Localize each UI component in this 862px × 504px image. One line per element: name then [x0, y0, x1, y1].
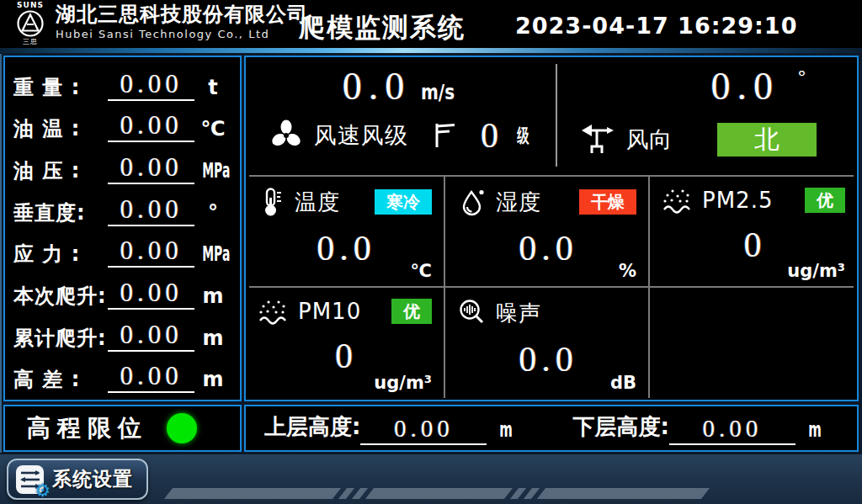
- env-grid: 温度 寒冷 0.0 ℃ 湿度 干燥 0.0 %: [246, 175, 857, 400]
- temperature-unit: ℃: [411, 261, 432, 281]
- temperature-value: 0.0: [258, 231, 435, 266]
- metric-unit: MPa: [202, 244, 224, 268]
- environment-panel: 0.0 m/s 风速风级 0: [244, 56, 859, 401]
- humidity-value: 0.0: [457, 231, 640, 266]
- metric-row-verticality: 垂直度: 0.00 °: [13, 188, 231, 226]
- pm25-cell: PM2.5 优 0 ug/m³: [650, 177, 857, 286]
- wind-speed-unit: m/s: [421, 80, 455, 104]
- thermometer-icon: [258, 187, 286, 217]
- wind-level-unit: 级: [517, 123, 529, 149]
- lower-height-value: 0.00: [669, 416, 795, 445]
- metric-unit: t: [194, 77, 231, 101]
- metric-value: 0.00: [108, 154, 194, 184]
- metrics-panel: 重 量 : 0.00 t 油 温 : 0.00 ℃ 油 压 : 0.00 MPa…: [3, 56, 242, 401]
- metric-label: 重 量 :: [13, 77, 108, 101]
- humidity-label: 湿度: [496, 188, 541, 217]
- temperature-label: 温度: [295, 188, 340, 217]
- wind-direction-label: 风向: [626, 125, 672, 155]
- pm10-label: PM10: [298, 299, 361, 324]
- metric-row-oil-temp: 油 温 : 0.00 ℃: [13, 103, 231, 142]
- metric-unit: ℃: [194, 119, 231, 142]
- pm10-unit: ug/m³: [374, 373, 432, 393]
- noise-unit: dB: [610, 373, 636, 393]
- upper-height-unit: m: [500, 417, 513, 445]
- metric-value: 0.00: [108, 112, 194, 142]
- sliders-gear-icon: ⚙: [15, 464, 45, 496]
- metric-unit: MPa: [202, 161, 224, 184]
- temperature-badge: 寒冷: [375, 189, 432, 215]
- wind-direction-row: 风向 北: [579, 123, 862, 157]
- wind-speed-label: 风速风级: [314, 120, 408, 151]
- wind-level-value: 0: [481, 118, 498, 153]
- upper-height-label: 上层高度:: [264, 412, 360, 445]
- pm25-label: PM2.5: [702, 188, 773, 213]
- header: SUNS 三思 湖北三思科技股份有限公司 Hubei Sansi Technol…: [0, 0, 862, 48]
- fan-icon: [269, 118, 304, 153]
- metric-row-oil-pressure: 油 压 : 0.00 MPa: [13, 146, 231, 184]
- wind-direction-badge: 北: [717, 123, 817, 157]
- temperature-cell: 温度 寒冷 0.0 ℃: [246, 177, 444, 286]
- metric-unit: m: [194, 369, 231, 393]
- droplet-icon: [457, 187, 487, 217]
- upper-height-group: 上层高度: 0.00 m: [264, 412, 517, 445]
- company-logo: SUNS 三思: [7, 1, 54, 45]
- wind-level-row: 风速风级 0 级: [246, 118, 556, 153]
- wind-direction-section: 0.0 ° 风向 北: [557, 57, 857, 173]
- wind-vane-icon: [579, 123, 616, 157]
- wind-direction-unit: °: [797, 67, 806, 88]
- pm10-cell: PM10 优 0 ug/m³: [246, 288, 444, 398]
- metric-label: 高 差 :: [13, 369, 108, 393]
- lower-height-unit: m: [808, 417, 822, 445]
- pm25-unit: ug/m³: [787, 261, 845, 281]
- metric-label: 累计爬升:: [13, 328, 108, 352]
- metric-unit: °: [194, 203, 231, 226]
- metric-label: 垂直度:: [13, 203, 108, 226]
- metric-value: 0.00: [108, 279, 194, 310]
- lower-height-group: 下层高度: 0.00 m: [572, 412, 825, 445]
- noise-icon: [457, 298, 487, 328]
- company-name-en: Hubei Sansi Technology Co., Ltd: [56, 27, 308, 42]
- metric-label: 油 压 :: [13, 161, 108, 184]
- left-edge-strip: [0, 54, 2, 453]
- noise-value: 0.0: [457, 342, 640, 377]
- metric-value: 0.00: [108, 196, 194, 226]
- wind-speed-value: 0.0: [343, 65, 412, 108]
- datetime-display: 2023-04-17 16:29:10: [515, 13, 797, 39]
- logo-suns-text: SUNS: [7, 1, 54, 9]
- company-name-cn: 湖北三思科技股份有限公司: [56, 3, 308, 27]
- metric-unit: m: [194, 328, 231, 352]
- lower-height-label: 下层高度:: [572, 412, 668, 445]
- pm25-value: 0: [662, 227, 849, 263]
- layer-heights-panel: 上层高度: 0.00 m 下层高度: 0.00 m: [244, 405, 859, 452]
- metric-label: 应 力 :: [13, 244, 108, 268]
- elevation-limit-panel: 高程限位: [3, 405, 242, 452]
- page-title: 爬模监测系统: [299, 10, 466, 45]
- gear-icon: ⚙: [35, 481, 51, 499]
- metric-value: 0.00: [108, 363, 194, 393]
- pm25-badge: 优: [805, 188, 845, 213]
- metric-label: 本次爬升:: [13, 286, 108, 310]
- humidity-unit: %: [619, 261, 636, 281]
- logo-mark-icon: [16, 9, 45, 38]
- metric-row-total-climb: 累计爬升: 0.00 m: [13, 313, 231, 352]
- noise-label: 噪声: [496, 299, 541, 328]
- logo-sansi-text: 三思: [7, 38, 54, 45]
- beaufort-flag-icon: [430, 120, 457, 151]
- settings-button[interactable]: ⚙ 系统设置: [7, 459, 148, 500]
- elevation-limit-status-light: [167, 413, 197, 443]
- upper-height-value: 0.00: [360, 416, 487, 445]
- metric-row-height-diff: 高 差 : 0.00 m: [13, 354, 231, 393]
- noise-cell: 噪声 0.0 dB: [445, 288, 648, 398]
- wind-speed-section: 0.0 m/s 风速风级 0: [246, 57, 556, 173]
- elevation-limit-label: 高程限位: [27, 412, 148, 444]
- screen: SUNS 三思 湖北三思科技股份有限公司 Hubei Sansi Technol…: [0, 0, 862, 504]
- wind-direction-readout: 0.0 °: [710, 67, 806, 106]
- decorative-stripes: [164, 488, 710, 499]
- wind-speed-readout: 0.0 m/s: [246, 67, 556, 106]
- footer-bar: ⚙ 系统设置: [0, 454, 862, 504]
- metric-value: 0.00: [108, 321, 194, 352]
- metric-label: 油 温 :: [13, 119, 108, 142]
- metric-unit: m: [194, 286, 231, 310]
- wind-direction-value: 0.0: [710, 65, 780, 108]
- dust-icon: [662, 187, 694, 214]
